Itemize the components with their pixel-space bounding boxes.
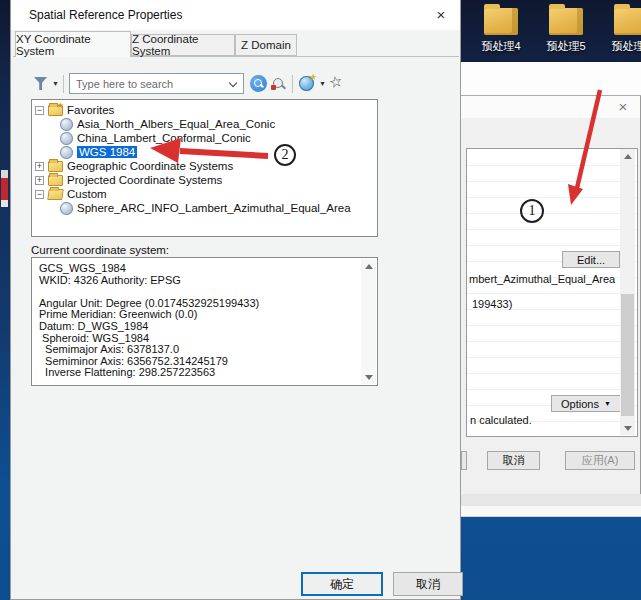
toolbar-separator (292, 75, 293, 93)
page-title: Spatial Reference Properties (29, 8, 182, 22)
scrollbar[interactable] (620, 149, 635, 435)
background-apply-button[interactable]: 应用(A) (565, 451, 635, 470)
folder-icon (549, 8, 583, 35)
window-bottom-strip (461, 506, 641, 517)
edit-button[interactable]: Edit... (562, 251, 620, 268)
desktop-icon-label: 预处理6 (602, 39, 641, 54)
tree-item-custom[interactable]: −Custom (32, 187, 377, 201)
partial-text-calculated: n calculated. (470, 414, 532, 426)
row-separator (467, 325, 637, 326)
row-separator (467, 165, 637, 166)
row-separator (467, 373, 637, 374)
row-separator (467, 357, 637, 358)
row-separator (467, 213, 637, 214)
desktop-folder-icon[interactable]: 预处理5 (537, 8, 595, 54)
row-separator (467, 389, 637, 390)
scroll-thumb[interactable] (621, 294, 634, 416)
tree-item-wgs-1984[interactable]: WGS 1984 (32, 145, 377, 159)
scroll-down-icon[interactable] (620, 421, 635, 435)
tree-item-projected-coordinate-systems[interactable]: +Projected Coordinate Systems (32, 173, 377, 187)
tab-z-coordinate-system[interactable]: Z Coordinate System (131, 34, 235, 56)
row-separator (467, 197, 637, 198)
cancel-button[interactable]: 取消 (393, 572, 463, 596)
chevron-down-icon[interactable]: ▼ (52, 80, 59, 87)
tree-item-label: Asia_North_Albers_Equal_Area_Conic (77, 118, 275, 130)
globe-icon (60, 118, 73, 131)
tree-item-sphere-arc-info-lambert-azimuthal-equal-[interactable]: Sphere_ARC_INFO_Lambert_Azimuthal_Equal_… (32, 201, 377, 215)
background-fragment (1, 178, 8, 200)
collapse-icon[interactable]: − (35, 106, 44, 115)
close-icon[interactable]: × (612, 96, 634, 118)
desktop-folder-icon[interactable]: 预处理6 (602, 8, 641, 54)
scrollbar[interactable] (361, 259, 376, 384)
tree-item-china-lambert-conformal-conic[interactable]: China_Lambert_Conformal_Conic (32, 131, 377, 145)
chevron-down-icon[interactable]: ▼ (319, 80, 326, 87)
tree-item-asia-north-albers-equal-area-conic[interactable]: Asia_North_Albers_Equal_Area_Conic (32, 117, 377, 131)
desktop-icon-label: 预处理5 (537, 39, 595, 54)
current-cs-panel[interactable]: GCS_WGS_1984 WKID: 4326 Authority: EPSG … (31, 257, 378, 386)
red-dot (271, 85, 276, 90)
options-label: Options (561, 398, 599, 410)
tree-item-label: China_Lambert_Conformal_Conic (77, 132, 251, 144)
background-dialog-titlebar: × (461, 96, 640, 118)
coordinate-system-tree: −★FavoritesAsia_North_Albers_Equal_Area_… (31, 99, 378, 237)
collapse-icon[interactable]: − (35, 190, 44, 199)
folder-icon (48, 175, 63, 186)
row-separator (467, 245, 637, 246)
partial-text-lambert: mbert_Azimuthal_Equal_Area (469, 273, 615, 285)
scroll-down-icon[interactable] (361, 370, 376, 384)
tree-item-geographic-coordinate-systems[interactable]: +Geographic Coordinate Systems (32, 159, 377, 173)
tree-item-label: Sphere_ARC_INFO_Lambert_Azimuthal_Equal_… (77, 202, 351, 214)
row-separator (467, 229, 637, 230)
toolbar-separator (63, 75, 64, 93)
expand-icon[interactable]: + (35, 176, 44, 185)
globe-icon (60, 146, 73, 159)
window-bottom-strip (461, 494, 641, 506)
folder-icon (48, 161, 63, 172)
sparkle-icon: ★ (309, 72, 317, 82)
tree-item-label: Favorites (67, 104, 114, 116)
background-fragment (1, 200, 8, 207)
globe-icon (60, 132, 73, 145)
tree-item-label: Projected Coordinate Systems (67, 174, 222, 186)
tree-item-label: Custom (67, 188, 107, 200)
tab-xy-coordinate-system[interactable]: XY Coordinate System (15, 31, 131, 57)
partial-text-number: 199433) (472, 298, 512, 310)
desktop-folder-icon[interactable]: 预处理4 (472, 8, 530, 54)
close-icon[interactable]: × (430, 4, 452, 26)
chevron-down-icon[interactable] (229, 79, 237, 87)
background-cancel-button[interactable]: 取消 (487, 451, 540, 470)
row-separator (467, 341, 637, 342)
add-to-favorites-icon[interactable]: ☆ (327, 72, 344, 92)
background-dialog: × Edit... mbert_Azimuthal_Equal_Area 199… (461, 96, 641, 494)
folder-icon (47, 189, 64, 200)
background-properties-panel: Edit... mbert_Azimuthal_Equal_Area 19943… (466, 148, 638, 437)
options-button[interactable]: Options ▼ (551, 395, 621, 412)
folder-icon (614, 8, 641, 35)
clear-search-icon[interactable] (271, 76, 287, 92)
desktop-screen: 预处理4预处理5预处理6 × Edit... mbert_Azimuthal_E… (0, 0, 641, 600)
expand-icon[interactable]: + (35, 162, 44, 171)
folder-icon: ★ (48, 105, 63, 116)
search-icon[interactable] (250, 75, 267, 92)
globe-icon[interactable]: ★ (299, 76, 314, 91)
spatial-reference-dialog: Spatial Reference Properties × XY Coordi… (10, 0, 461, 600)
background-fragment (1, 170, 8, 178)
row-separator (467, 293, 637, 294)
scroll-up-icon[interactable] (620, 149, 635, 163)
current-cs-label: Current coordinate system: (31, 244, 169, 256)
row-separator (467, 181, 637, 182)
tab-z-domain[interactable]: Z Domain (235, 34, 297, 56)
ok-button[interactable]: 确定 (301, 572, 383, 596)
filter-icon[interactable] (34, 77, 47, 90)
current-cs-text: GCS_WGS_1984 WKID: 4326 Authority: EPSG … (39, 263, 259, 379)
tree-item-favorites[interactable]: −★Favorites (32, 103, 377, 117)
tree-item-label: WGS 1984 (77, 146, 137, 158)
search-input[interactable]: Type here to search (69, 73, 244, 94)
globe-icon (60, 202, 73, 215)
search-placeholder: Type here to search (76, 78, 173, 90)
background-ok-button-sliver[interactable] (461, 451, 467, 470)
tree-item-label: Geographic Coordinate Systems (67, 160, 233, 172)
scroll-up-icon[interactable] (361, 259, 376, 273)
star-icon: ★ (57, 101, 64, 110)
